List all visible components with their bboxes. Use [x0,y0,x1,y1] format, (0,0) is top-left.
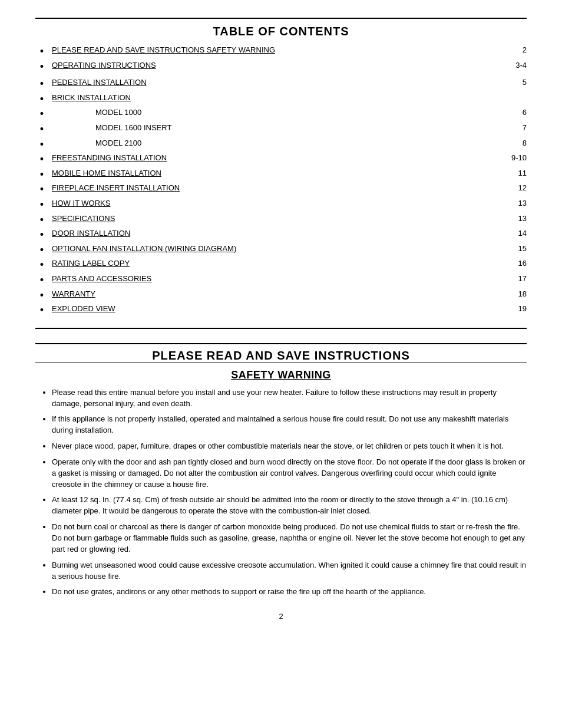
toc-item-label: EXPLODED VIEW [48,303,491,318]
toc-item-page: 5 [491,77,527,92]
toc-bullet: • [35,213,48,228]
toc-item-page: 13 [491,197,527,213]
safety-bullet-item: Do not use grates, andirons or any other… [52,587,527,598]
toc-bullet: • [35,288,48,304]
toc-bullet: • [35,258,48,273]
toc-item-label: PEDESTAL INSTALLATION [48,77,491,92]
toc-item-label: PARTS AND ACCESSORIES [48,273,491,288]
safety-bullet-item: If this appliance is not properly instal… [52,414,527,436]
toc-item-page: 16 [491,258,527,273]
safety-title-sub: SAFETY WARNING [35,369,527,381]
toc-section: TABLE OF CONTENTS •PLEASE READ AND SAVE … [35,18,527,329]
toc-item-label: MOBILE HOME INSTALLATION [48,167,491,183]
toc-row: •RATING LABEL COPY16 [35,258,527,273]
toc-row: •OPERATING INSTRUCTIONS3-4 [35,60,527,75]
safety-bullet-item: Please read this entire manual before yo… [52,387,527,410]
toc-bullet: • [35,107,48,122]
toc-row: •FIREPLACE INSERT INSTALLATION12 [35,182,527,197]
toc-item-label: WARRANTY [48,288,491,304]
toc-row: •MODEL 10006 [35,107,527,122]
page-number: 2 [35,612,527,621]
toc-bullet: • [35,44,48,60]
safety-bullet-item: Operate only with the door and ash pan t… [52,457,527,490]
toc-title: TABLE OF CONTENTS [35,25,527,38]
toc-item-page [491,92,527,107]
toc-item-page: 7 [491,122,527,137]
toc-item-label: HOW IT WORKS [48,197,491,213]
toc-row: •PEDESTAL INSTALLATION5 [35,77,527,92]
toc-row: •DOOR INSTALLATION14 [35,228,527,243]
toc-item-label: MODEL 1600 INSERT [48,122,491,137]
safety-bullet-item: Burning wet unseasoned wood could cause … [52,560,527,582]
toc-bullet: • [35,182,48,197]
toc-item-page: 3-4 [491,60,527,75]
toc-item-page: 2 [491,44,527,60]
toc-row: •BRICK INSTALLATION [35,92,527,107]
toc-row: •MODEL 1600 INSERT7 [35,122,527,137]
toc-item-page: 12 [491,182,527,197]
toc-row: •EXPLODED VIEW19 [35,303,527,318]
safety-bullet-item: Never place wood, paper, furniture, drap… [52,441,527,452]
toc-row: •MODEL 21008 [35,137,527,153]
toc-item-page: 13 [491,213,527,228]
toc-item-page: 15 [491,243,527,258]
toc-item-label: MODEL 1000 [48,107,491,122]
toc-bullet: • [35,228,48,243]
toc-bullet: • [35,303,48,318]
toc-item-label: BRICK INSTALLATION [48,92,491,107]
toc-row: •OPTIONAL FAN INSTALLATION (WIRING DIAGR… [35,243,527,258]
toc-item-label: MODEL 2100 [48,137,491,153]
toc-item-label: FREESTANDING INSTALLATION [48,152,491,167]
toc-bullet: • [35,92,48,107]
toc-item-label: OPERATING INSTRUCTIONS [48,60,491,75]
toc-bullet: • [35,77,48,92]
toc-bullet: • [35,197,48,213]
toc-item-page: 9-10 [491,152,527,167]
safety-title-main: PLEASE READ AND SAVE INSTRUCTIONS [35,349,527,363]
toc-row: •MOBILE HOME INSTALLATION11 [35,167,527,183]
safety-list: Please read this entire manual before yo… [35,387,527,598]
toc-row: •FREESTANDING INSTALLATION9-10 [35,152,527,167]
toc-item-page: 17 [491,273,527,288]
toc-item-page: 14 [491,228,527,243]
toc-bullet: • [35,167,48,183]
safety-section: PLEASE READ AND SAVE INSTRUCTIONS SAFETY… [35,343,527,598]
toc-row: •HOW IT WORKS13 [35,197,527,213]
toc-item-page: 11 [491,167,527,183]
toc-item-label: SPECIFICATIONS [48,213,491,228]
toc-bullet: • [35,60,48,75]
toc-table: •PLEASE READ AND SAVE INSTRUCTIONS SAFET… [35,44,527,318]
toc-item-label: FIREPLACE INSERT INSTALLATION [48,182,491,197]
toc-item-label: PLEASE READ AND SAVE INSTRUCTIONS SAFETY… [48,44,491,60]
toc-item-page: 6 [491,107,527,122]
safety-bullet-item: At least 12 sq. In. (77.4 sq. Cm) of fre… [52,495,527,517]
toc-row: •PARTS AND ACCESSORIES17 [35,273,527,288]
toc-row: •WARRANTY18 [35,288,527,304]
toc-bullet: • [35,137,48,153]
toc-item-page: 19 [491,303,527,318]
toc-item-label: RATING LABEL COPY [48,258,491,273]
toc-item-label: OPTIONAL FAN INSTALLATION (WIRING DIAGRA… [48,243,491,258]
toc-item-page: 8 [491,137,527,153]
toc-item-page: 18 [491,288,527,304]
safety-bullet-item: Do not burn coal or charcoal as there is… [52,522,527,555]
toc-row: •PLEASE READ AND SAVE INSTRUCTIONS SAFET… [35,44,527,60]
toc-bullet: • [35,152,48,167]
toc-bullet: • [35,243,48,258]
safety-divider [35,363,527,363]
toc-row: •SPECIFICATIONS13 [35,213,527,228]
toc-bullet: • [35,273,48,288]
toc-bullet: • [35,122,48,137]
toc-item-label: DOOR INSTALLATION [48,228,491,243]
